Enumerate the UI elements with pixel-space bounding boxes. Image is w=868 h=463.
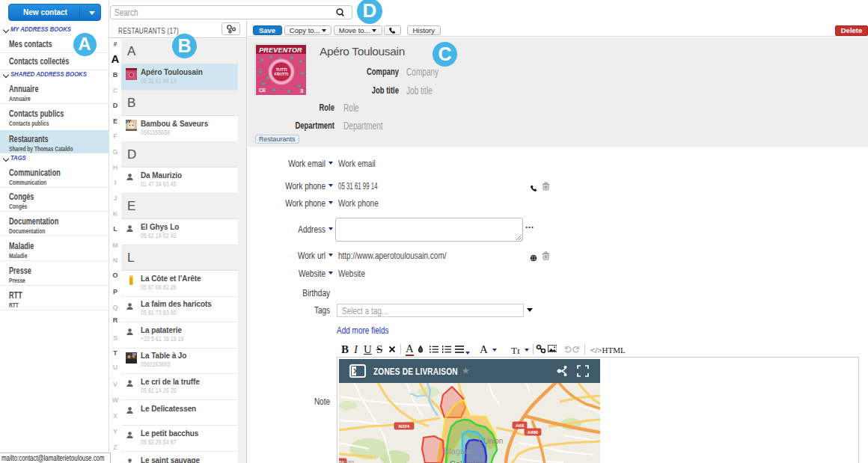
svg-text:TUTTI: TUTTI xyxy=(275,67,287,71)
svg-text:urdain: urdain xyxy=(340,459,354,463)
svg-text:FRUTTI: FRUTTI xyxy=(274,72,288,76)
svg-text:CE: CE xyxy=(259,88,266,93)
svg-text:Blagnac: Blagnac xyxy=(444,447,474,456)
svg-text:A68: A68 xyxy=(515,423,524,428)
svg-text:L’Union: L’Union xyxy=(478,437,503,445)
svg-text:PREVENTOR: PREVENTOR xyxy=(259,46,302,53)
svg-text:N224: N224 xyxy=(398,424,409,429)
svg-text:A680: A680 xyxy=(527,430,538,435)
svg-text:Colomiers: Colomiers xyxy=(450,459,487,463)
